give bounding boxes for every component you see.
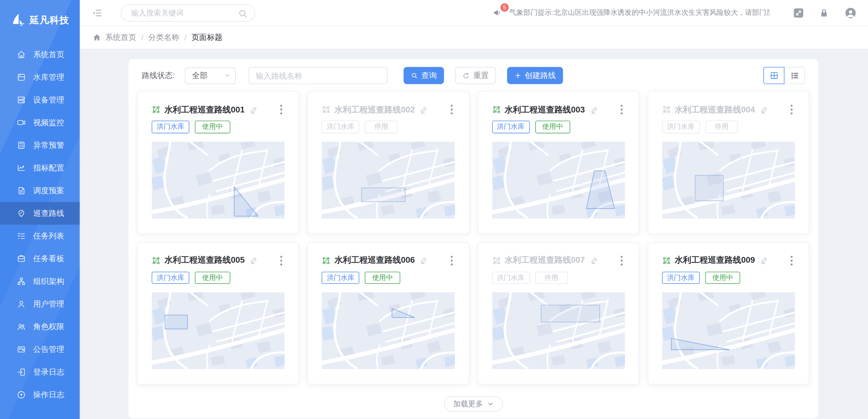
speaker-icon[interactable]: 5: [493, 8, 503, 18]
sidebar-item-home[interactable]: 系统首页: [0, 43, 80, 66]
sidebar-item-op-log[interactable]: 操作日志: [0, 383, 80, 406]
route-map-thumbnail[interactable]: [492, 141, 625, 218]
topbar: 5 气象部门提示:北京山区出现强降水诱发的中小河流洪水次生灾害风险较大，请部门加…: [80, 0, 868, 26]
route-map-thumbnail[interactable]: [322, 292, 455, 369]
kebab-menu-icon[interactable]: [448, 254, 455, 266]
avatar[interactable]: [845, 7, 856, 19]
kebab-menu-icon[interactable]: [788, 103, 795, 116]
sidebar-item-login-log[interactable]: 登录日志: [0, 361, 80, 383]
route-name-input[interactable]: [249, 67, 388, 84]
brand-name: 延凡科技: [30, 13, 69, 26]
route-icon: [16, 208, 26, 218]
breadcrumb-home[interactable]: 系统首页: [105, 32, 136, 42]
task-list-icon: [16, 231, 26, 241]
route-map-thumbnail[interactable]: [152, 292, 285, 369]
sidebar-item-metrics[interactable]: 指标配置: [0, 157, 80, 179]
kebab-menu-icon[interactable]: [618, 103, 625, 116]
sidebar-item-label: 系统首页: [33, 50, 64, 60]
sidebar-item-label: 任务看板: [33, 254, 64, 264]
notification-badge: 5: [500, 3, 509, 11]
sidebar-item-notice[interactable]: 公告管理: [0, 338, 80, 361]
chevron-down-icon: [224, 72, 230, 78]
sidebar-item-org[interactable]: 组织架构: [0, 270, 80, 293]
sidebar-item-roles[interactable]: 角色权限: [0, 315, 80, 338]
route-map-thumbnail[interactable]: [662, 141, 795, 218]
global-search-input[interactable]: [130, 8, 235, 18]
metrics-icon: [16, 163, 26, 173]
route-map-thumbnail[interactable]: [662, 292, 795, 369]
route-map-thumbnail[interactable]: [152, 141, 285, 218]
home-icon: [16, 50, 26, 60]
route-status-select[interactable]: 全部: [185, 67, 236, 84]
chevron-down-icon: [487, 400, 494, 407]
kebab-menu-icon[interactable]: [618, 254, 625, 266]
sidebar-item-label: 调度预案: [33, 186, 64, 196]
sidebar-collapse-icon[interactable]: [92, 7, 102, 18]
sidebar-item-task-board[interactable]: 任务看板: [0, 247, 80, 270]
load-more-button[interactable]: 加载更多: [444, 396, 503, 412]
announcement-text: 气象部门提示:北京山区出现强降水诱发的中小河流洪水次生灾害风险较大，请部门加强防…: [509, 8, 769, 18]
edit-icon[interactable]: [420, 105, 428, 114]
edit-icon[interactable]: [250, 105, 258, 114]
search-icon: [411, 72, 418, 79]
kebab-menu-icon[interactable]: [788, 254, 795, 266]
create-route-button[interactable]: 创建路线: [507, 67, 563, 84]
route-card-title: 水利工程巡查路线004: [675, 104, 755, 115]
sidebar-item-task-list[interactable]: 任务列表: [0, 225, 80, 247]
list-view-button[interactable]: [784, 67, 805, 84]
route-polygon-icon: [152, 256, 161, 265]
reservoir-tag: 洪门水库: [322, 271, 359, 284]
home-icon: [93, 33, 101, 42]
page-content: 路线状态: 全部 查询: [80, 49, 868, 419]
search-icon: [238, 8, 248, 19]
edit-icon[interactable]: [760, 256, 768, 264]
status-tag: 停用: [705, 121, 738, 133]
query-button[interactable]: 查询: [403, 67, 444, 84]
warning-icon: [16, 140, 26, 150]
sidebar-item-route[interactable]: 巡查路线: [0, 202, 80, 225]
edit-icon[interactable]: [590, 256, 598, 264]
sidebar-item-label: 用户管理: [33, 299, 64, 309]
reservoir-tag: 洪门水库: [662, 121, 700, 133]
sidebar-item-label: 公告管理: [33, 344, 64, 354]
sidebar-item-reservoir[interactable]: 水库管理: [0, 66, 80, 89]
edit-icon[interactable]: [250, 256, 258, 264]
announcement-bar: 5 气象部门提示:北京山区出现强降水诱发的中小河流洪水次生灾害风险较大，请部门加…: [493, 8, 769, 18]
edit-icon[interactable]: [590, 105, 598, 114]
kebab-menu-icon[interactable]: [278, 254, 285, 266]
sidebar-item-label: 异常预警: [33, 140, 64, 150]
kebab-menu-icon[interactable]: [448, 103, 455, 116]
status-tag: 停用: [535, 271, 568, 284]
sidebar-item-label: 指标配置: [33, 163, 64, 173]
route-area-polygon: [165, 315, 187, 329]
status-tag: 使用中: [705, 271, 740, 284]
fullscreen-icon[interactable]: [794, 8, 803, 18]
grid-icon: [769, 71, 778, 80]
route-card: 水利工程巡查路线009 洪门水库 使用中: [648, 242, 809, 385]
edit-icon[interactable]: [760, 105, 768, 114]
grid-view-button[interactable]: [763, 67, 784, 84]
sidebar-item-user[interactable]: 用户管理: [0, 293, 80, 315]
route-polygon-icon: [492, 105, 500, 114]
task-board-icon: [16, 254, 26, 264]
global-search: [121, 4, 255, 22]
sidebar-item-device[interactable]: 设备管理: [0, 89, 80, 111]
breadcrumb-category[interactable]: 分类名称: [148, 32, 179, 42]
route-map-thumbnail[interactable]: [322, 141, 455, 218]
sidebar: 延凡科技 系统首页水库管理设备管理视频监控异常预警指标配置调度预案巡查路线任务列…: [0, 0, 80, 419]
reset-button[interactable]: 重置: [455, 67, 496, 84]
sidebar-item-plan[interactable]: 调度预案: [0, 179, 80, 202]
route-polygon-icon: [152, 105, 161, 114]
device-icon: [16, 95, 26, 105]
sidebar-item-label: 水库管理: [33, 72, 64, 82]
main-area: 5 气象部门提示:北京山区出现强降水诱发的中小河流洪水次生灾害风险较大，请部门加…: [80, 0, 868, 419]
route-polygon-icon: [322, 256, 331, 265]
kebab-menu-icon[interactable]: [278, 103, 285, 116]
sidebar-item-video[interactable]: 视频监控: [0, 111, 80, 134]
route-card-title: 水利工程巡查路线007: [504, 255, 585, 266]
route-status-label: 路线状态:: [142, 70, 175, 80]
edit-icon[interactable]: [420, 256, 428, 264]
sidebar-item-warning[interactable]: 异常预警: [0, 134, 80, 157]
lock-icon[interactable]: [819, 8, 829, 18]
route-map-thumbnail[interactable]: [492, 292, 625, 369]
